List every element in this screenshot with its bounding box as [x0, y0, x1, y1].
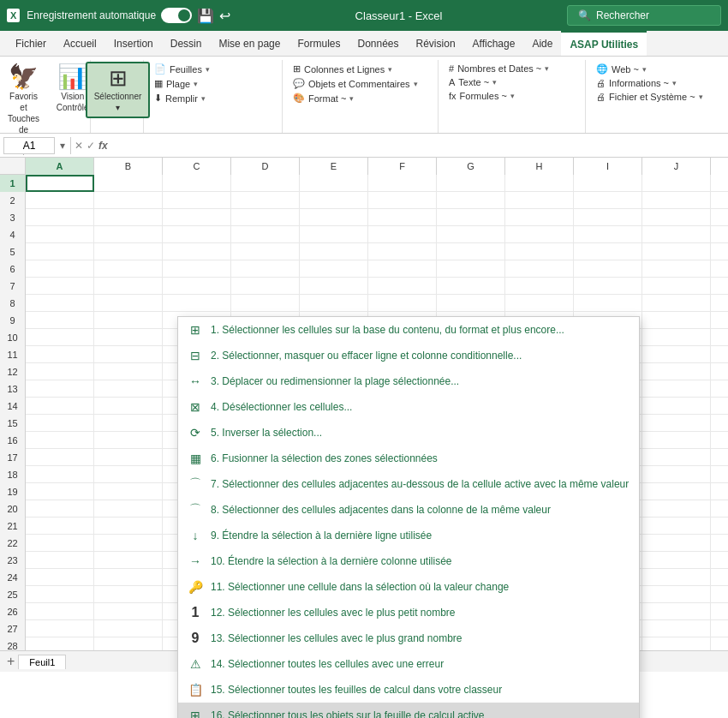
dropdown-item-11[interactable]: 🔑11. Sélectionner une cellule dans la sé…: [178, 574, 639, 600]
cell-B2[interactable]: [94, 192, 163, 209]
cell-A7[interactable]: [26, 278, 94, 295]
cell-H1[interactable]: [505, 175, 574, 192]
cell-H5[interactable]: [505, 243, 574, 260]
col-header-B[interactable]: B: [94, 158, 163, 175]
autosave-toggle[interactable]: [161, 8, 192, 23]
fichier-systeme-button[interactable]: 🖨 Fichier et Système ~ ▾: [591, 90, 721, 104]
dropdown-item-12[interactable]: 112. Sélectionner les cellules avec le p…: [178, 600, 639, 625]
dropdown-item-14[interactable]: ⚠14. Sélectionner toutes les cellules av…: [178, 651, 639, 677]
tab-aide[interactable]: Aide: [523, 31, 561, 56]
cell-D7[interactable]: [231, 278, 300, 295]
cell-G4[interactable]: [437, 226, 505, 243]
remplir-button[interactable]: ⬇ Remplir ▾: [149, 91, 278, 105]
cell-A15[interactable]: [26, 415, 94, 432]
cell-A3[interactable]: [26, 209, 94, 226]
cell-B22[interactable]: [94, 535, 163, 552]
cell-J1[interactable]: [642, 175, 711, 192]
cell-I7[interactable]: [574, 278, 642, 295]
format-button[interactable]: 🎨 Format ~ ▾: [288, 91, 434, 105]
dropdown-item-5[interactable]: ⟳5. Inverser la sélection...: [178, 420, 639, 446]
formula-cancel-icon[interactable]: ✓: [87, 140, 95, 152]
cell-B25[interactable]: [94, 586, 163, 603]
tab-donnees[interactable]: Données: [349, 31, 407, 56]
cell-F8[interactable]: [368, 295, 437, 312]
cell-B18[interactable]: [94, 466, 163, 483]
cell-F5[interactable]: [368, 243, 437, 260]
cell-C6[interactable]: [163, 260, 231, 278]
cell-G3[interactable]: [437, 209, 505, 226]
save-icon[interactable]: 💾: [197, 8, 214, 24]
tab-fichier[interactable]: Fichier: [7, 31, 55, 56]
cell-A25[interactable]: [26, 586, 94, 603]
cell-H3[interactable]: [505, 209, 574, 226]
cell-A4[interactable]: [26, 226, 94, 243]
cell-F7[interactable]: [368, 278, 437, 295]
cell-B19[interactable]: [94, 483, 163, 500]
formula-check-icon[interactable]: ✕: [75, 140, 83, 152]
cell-G1[interactable]: [437, 175, 505, 192]
cell-B15[interactable]: [94, 415, 163, 432]
cell-E3[interactable]: [300, 209, 368, 226]
cell-A27[interactable]: [26, 620, 94, 637]
cell-I1[interactable]: [574, 175, 642, 192]
cell-B10[interactable]: [94, 329, 163, 346]
cell-J12[interactable]: [642, 363, 711, 380]
cell-I8[interactable]: [574, 295, 642, 312]
cell-A12[interactable]: [26, 363, 94, 380]
cell-C5[interactable]: [163, 243, 231, 260]
cell-ref-dropdown[interactable]: ▾: [58, 140, 67, 152]
dropdown-item-10[interactable]: →10. Étendre la sélection à la dernière …: [178, 548, 639, 574]
texte-button[interactable]: A Texte ~ ▾: [444, 75, 582, 89]
cell-A8[interactable]: [26, 295, 94, 312]
cell-D6[interactable]: [231, 260, 300, 278]
cell-B14[interactable]: [94, 398, 163, 415]
cell-A18[interactable]: [26, 466, 94, 483]
cell-C2[interactable]: [163, 192, 231, 209]
cell-D2[interactable]: [231, 192, 300, 209]
cell-J25[interactable]: [642, 586, 711, 603]
cell-D3[interactable]: [231, 209, 300, 226]
cell-C4[interactable]: [163, 226, 231, 243]
cell-J13[interactable]: [642, 380, 711, 398]
col-header-A[interactable]: A: [26, 158, 94, 175]
feuilles-button[interactable]: 📄 Feuilles ▾: [149, 62, 278, 76]
dropdown-item-8[interactable]: ⌒8. Sélectionner des cellules adjacentes…: [178, 497, 639, 523]
cell-F4[interactable]: [368, 226, 437, 243]
cell-B13[interactable]: [94, 380, 163, 398]
cell-A21[interactable]: [26, 518, 94, 535]
col-header-I[interactable]: I: [574, 158, 642, 175]
cell-D4[interactable]: [231, 226, 300, 243]
colonnes-lignes-button[interactable]: ⊞ Colonnes et Lignes ▾: [288, 62, 434, 76]
cell-E1[interactable]: [300, 175, 368, 192]
tab-affichage[interactable]: Affichage: [464, 31, 524, 56]
tab-asap[interactable]: ASAP Utilities: [561, 31, 647, 56]
dropdown-item-16[interactable]: ⊞16. Sélectionner tous les objets sur la…: [178, 703, 639, 718]
cell-J26[interactable]: [642, 603, 711, 620]
cell-B5[interactable]: [94, 243, 163, 260]
cell-J18[interactable]: [642, 466, 711, 483]
cell-J21[interactable]: [642, 518, 711, 535]
cell-B27[interactable]: [94, 620, 163, 637]
informations-button[interactable]: 🖨 Informations ~ ▾: [591, 76, 721, 90]
cell-F3[interactable]: [368, 209, 437, 226]
cell-A26[interactable]: [26, 603, 94, 620]
cell-J15[interactable]: [642, 415, 711, 432]
col-header-F[interactable]: F: [368, 158, 437, 175]
cell-J4[interactable]: [642, 226, 711, 243]
cell-B23[interactable]: [94, 552, 163, 569]
cell-J9[interactable]: [642, 312, 711, 329]
cell-I2[interactable]: [574, 192, 642, 209]
cell-A22[interactable]: [26, 535, 94, 552]
cell-J10[interactable]: [642, 329, 711, 346]
cell-J22[interactable]: [642, 535, 711, 552]
dropdown-item-13[interactable]: 913. Sélectionner les cellules avec le p…: [178, 625, 639, 651]
cell-A19[interactable]: [26, 483, 94, 500]
cell-B17[interactable]: [94, 449, 163, 466]
cell-H2[interactable]: [505, 192, 574, 209]
cell-I5[interactable]: [574, 243, 642, 260]
cell-B4[interactable]: [94, 226, 163, 243]
cell-G2[interactable]: [437, 192, 505, 209]
cell-A17[interactable]: [26, 449, 94, 466]
cell-F2[interactable]: [368, 192, 437, 209]
cell-B8[interactable]: [94, 295, 163, 312]
